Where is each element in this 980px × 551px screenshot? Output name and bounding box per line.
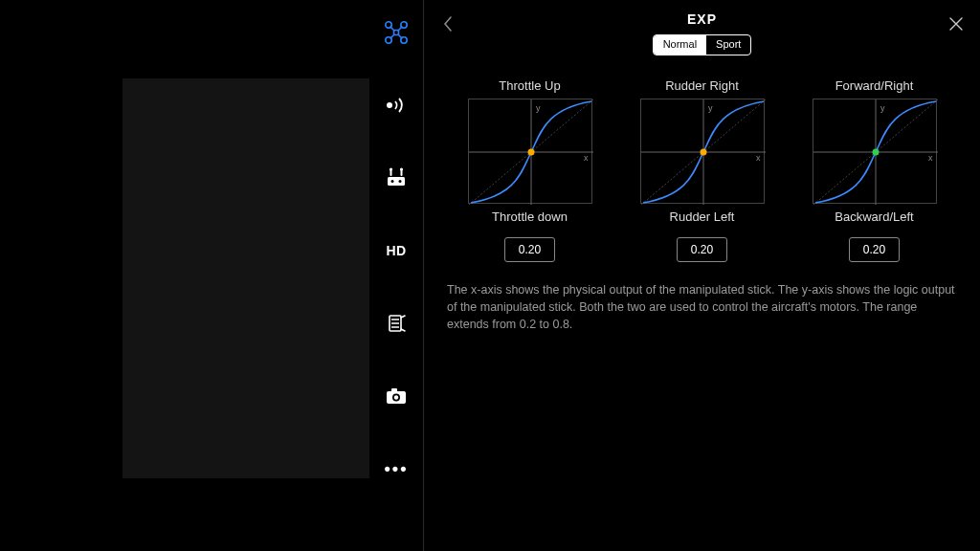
mode-segmented-control: Normal Sport: [653, 34, 752, 55]
panel-header: EXP Normal Sport: [424, 0, 980, 57]
svg-text:y: y: [536, 103, 541, 113]
camera-viewport: [122, 78, 369, 478]
curve-top-label: Rudder Right: [665, 78, 739, 93]
curve-bottom-label: Rudder Left: [670, 209, 735, 224]
svg-point-9: [390, 167, 392, 170]
sidebar-item-camera[interactable]: [381, 381, 412, 411]
sidebar-item-signal[interactable]: [381, 90, 412, 121]
more-icon: •••: [385, 459, 409, 479]
svg-text:x: x: [928, 153, 933, 163]
svg-text:y: y: [708, 103, 713, 113]
curve-top-label: Throttle Up: [499, 78, 560, 93]
signal-icon: [385, 96, 408, 115]
sidebar-item-remote[interactable]: [381, 163, 412, 193]
svg-text:y: y: [880, 103, 885, 113]
svg-point-5: [387, 102, 392, 108]
svg-point-17: [394, 395, 398, 399]
svg-point-12: [399, 180, 402, 183]
curve-graph[interactable]: y x: [468, 99, 592, 204]
panel-title: EXP: [687, 11, 717, 27]
svg-point-29: [700, 149, 706, 156]
curve-bottom-label: Backward/Left: [835, 209, 913, 224]
hd-icon: HD: [386, 243, 406, 258]
curve-graph[interactable]: y x: [813, 99, 937, 204]
svg-rect-6: [388, 177, 405, 186]
svg-point-11: [391, 180, 394, 183]
camera-icon: [385, 386, 408, 406]
back-button[interactable]: [437, 13, 458, 34]
remote-controller-icon: [385, 167, 408, 188]
curve-value-input[interactable]: 0.20: [677, 237, 727, 262]
sidebar-item-aircraft[interactable]: [381, 17, 412, 48]
curve-block: Forward/Right y x Backward/Left 0.20: [803, 73, 947, 262]
sidebar-item-hd[interactable]: HD: [381, 235, 412, 266]
sidebar-item-gimbal[interactable]: [381, 308, 412, 339]
curve-block: Throttle Up y x Throttle down 0.20: [458, 73, 602, 262]
close-icon: [948, 16, 964, 32]
tab-normal[interactable]: Normal: [654, 35, 706, 55]
svg-rect-15: [391, 388, 397, 392]
svg-rect-4: [394, 31, 399, 35]
curve-bottom-label: Throttle down: [492, 209, 568, 224]
curve-value-input[interactable]: 0.20: [504, 237, 555, 262]
svg-point-23: [527, 149, 534, 156]
sidebar-item-more[interactable]: •••: [381, 453, 412, 484]
exp-settings-panel: EXP Normal Sport Throttle Up y x Throttl…: [424, 0, 980, 551]
chevron-left-icon: [441, 15, 455, 33]
settings-sidebar: HD •••: [369, 0, 423, 551]
gimbal-icon: [386, 313, 407, 334]
close-button[interactable]: [946, 13, 967, 34]
svg-text:x: x: [756, 153, 761, 163]
svg-text:x: x: [584, 153, 589, 163]
curve-block: Rudder Right y x Rudder Left 0.20: [631, 73, 774, 262]
curves-row: Throttle Up y x Throttle down 0.20 Rudde…: [424, 73, 980, 262]
curve-top-label: Forward/Right: [835, 78, 914, 93]
tab-sport[interactable]: Sport: [706, 35, 750, 55]
curve-value-input[interactable]: 0.20: [849, 237, 900, 262]
svg-point-10: [400, 167, 403, 170]
drone-icon: [384, 20, 409, 45]
curve-graph[interactable]: y x: [640, 99, 765, 204]
exp-description: The x-axis shows the physical output of …: [447, 281, 957, 333]
svg-point-35: [872, 149, 879, 156]
